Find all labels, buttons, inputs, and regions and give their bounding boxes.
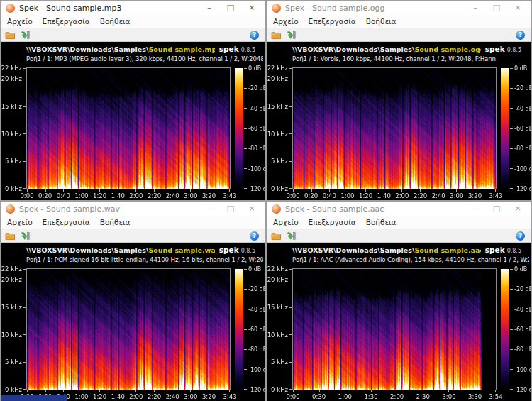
y-tick-mark	[23, 334, 26, 335]
close-button[interactable]: ×	[241, 1, 262, 15]
open-file-button[interactable]	[4, 29, 17, 40]
db-colorbar	[501, 269, 509, 390]
save-icon	[21, 31, 31, 40]
folder-open-icon	[271, 231, 282, 241]
spectrogram-plot	[292, 268, 497, 390]
db-tick-mark	[510, 148, 513, 149]
x-tick-label: 2:00	[390, 393, 404, 400]
open-file-button[interactable]	[270, 230, 283, 241]
menu-file[interactable]: Αρχείο	[268, 218, 304, 226]
x-tick-mark	[448, 390, 449, 392]
path-prefix: \\VBOXSVR\Downloads\Samples\	[292, 45, 414, 53]
minimize-button[interactable]: –	[199, 1, 220, 15]
x-tick-mark	[423, 390, 423, 392]
y-tick-label: 0 kHz	[5, 386, 22, 393]
db-tick-mark	[244, 369, 247, 370]
taskbar-fragment[interactable]	[1, 395, 67, 401]
menu-edit[interactable]: Επεξεργασία	[38, 17, 95, 26]
db-tick-label: -60 dB	[248, 126, 266, 132]
menu-file[interactable]: Αρχείο	[2, 218, 38, 226]
y-tick-label: 22 kHz	[1, 265, 22, 273]
window-grid: Spek - Sound sample.mp3 – □ × Αρχείο Επε…	[0, 0, 532, 401]
path-prefix: \\VBOXSVR\Downloads\Samples\	[26, 45, 148, 53]
save-button[interactable]	[18, 230, 32, 241]
save-button[interactable]	[18, 29, 32, 40]
db-tick-mark	[510, 289, 513, 290]
minimize-button[interactable]: –	[465, 202, 486, 216]
x-tick-label: 0:40	[57, 192, 70, 199]
x-tick-label: 1:00	[338, 393, 352, 400]
y-tick-label: 15 kHz	[1, 304, 22, 311]
file-name: Sound sample.aac	[414, 246, 480, 254]
menu-help[interactable]: Βοήθεια	[361, 17, 401, 26]
titlebar[interactable]: Spek - Sound sample.mp3 – □ ×	[1, 1, 265, 15]
menubar: Αρχείο Επεξεργασία Βοήθεια	[267, 216, 531, 229]
close-button[interactable]: ×	[507, 202, 528, 216]
x-tick-mark	[209, 390, 209, 392]
maximize-button[interactable]: □	[220, 202, 241, 216]
x-tick-label: 2:00	[129, 192, 143, 199]
spek-window: Spek - Sound sample.ogg – □ × Αρχείο Επε…	[266, 0, 532, 201]
path-prefix: \\VBOXSVR\Downloads\Samples\	[292, 246, 414, 254]
maximize-button[interactable]: □	[486, 202, 507, 216]
menu-file[interactable]: Αρχείο	[2, 17, 38, 26]
y-tick-mark	[23, 188, 26, 189]
help-icon: ?	[250, 31, 259, 40]
help-button[interactable]: ?	[514, 230, 527, 241]
save-button[interactable]	[284, 29, 298, 40]
app-icon	[6, 4, 15, 13]
menu-help[interactable]: Βοήθεια	[95, 218, 135, 226]
x-tick-label: 2:20	[414, 192, 427, 199]
help-icon: ?	[250, 231, 259, 241]
save-button[interactable]	[284, 230, 298, 241]
y-tick-label: 0 kHz	[271, 185, 288, 192]
db-tick-mark	[510, 168, 513, 169]
help-icon: ?	[516, 31, 525, 40]
x-tick-label: 2:20	[148, 393, 161, 400]
menu-help[interactable]: Βοήθεια	[95, 17, 135, 26]
maximize-button[interactable]: □	[486, 1, 507, 15]
help-button[interactable]: ?	[248, 230, 261, 241]
x-tick-label: 1:00	[340, 192, 354, 199]
x-tick-mark	[209, 189, 209, 192]
maximize-button[interactable]: □	[220, 1, 241, 15]
open-file-button[interactable]	[4, 230, 17, 241]
app-brand: spek0.8.5	[219, 246, 255, 254]
brand-name: spek	[219, 246, 239, 254]
y-tick-label: 20 kHz	[267, 276, 288, 283]
minimize-button[interactable]: –	[465, 1, 486, 15]
x-tick-mark	[82, 189, 82, 192]
close-button[interactable]: ×	[507, 1, 528, 15]
y-tick-mark	[289, 133, 292, 134]
menu-edit[interactable]: Επεξεργασία	[304, 17, 361, 26]
spectrogram-canvas	[293, 68, 496, 189]
titlebar[interactable]: Spek - Sound sample.ogg – □ ×	[267, 1, 531, 15]
save-icon	[21, 231, 31, 241]
y-tick-label: 10 kHz	[267, 131, 288, 138]
help-button[interactable]: ?	[514, 29, 527, 40]
menu-file[interactable]: Αρχείο	[268, 17, 304, 26]
help-button[interactable]: ?	[248, 29, 261, 40]
x-tick-mark	[99, 390, 100, 392]
y-tick-label: 20 kHz	[1, 276, 22, 283]
close-button[interactable]: ×	[241, 202, 262, 216]
menu-help[interactable]: Βοήθεια	[361, 218, 401, 226]
minimize-button[interactable]: –	[199, 202, 220, 216]
x-tick-mark	[475, 390, 475, 392]
db-tick-mark	[244, 68, 247, 69]
x-tick-label: 2:40	[432, 192, 445, 199]
db-tick-mark	[244, 108, 247, 109]
spectrogram-canvas	[293, 269, 496, 390]
spectrogram-canvas	[27, 269, 230, 390]
x-tick-label: 0:20	[38, 192, 52, 199]
db-tick-label: -80 dB	[248, 346, 266, 353]
titlebar[interactable]: Spek - Sound sample.wav – □ ×	[1, 202, 265, 216]
titlebar[interactable]: Spek - Sound sample.aac – □ ×	[267, 202, 531, 216]
db-tick-mark	[510, 128, 513, 129]
open-file-button[interactable]	[270, 29, 283, 40]
menu-edit[interactable]: Επεξεργασία	[38, 218, 95, 226]
menubar: Αρχείο Επεξεργασία Βοήθεια	[1, 15, 265, 28]
db-tick-mark	[244, 309, 247, 309]
menu-edit[interactable]: Επεξεργασία	[304, 218, 361, 226]
x-tick-label: 3:00	[184, 393, 197, 400]
